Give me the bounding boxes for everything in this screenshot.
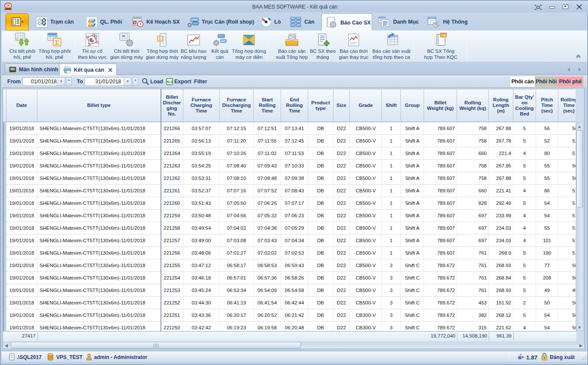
svg-text:Σ: Σ	[55, 39, 59, 46]
svg-text:XLS: XLS	[167, 80, 173, 83]
svg-text:Log: Log	[441, 33, 446, 37]
svg-text:Σ: Σ	[159, 36, 162, 41]
